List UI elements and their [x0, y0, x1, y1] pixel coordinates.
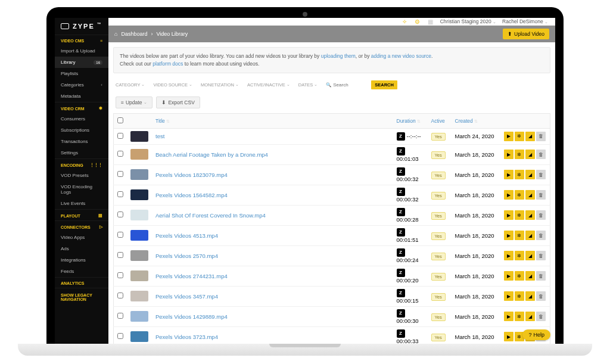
col-created[interactable]: Created	[452, 113, 500, 128]
video-title-link[interactable]: Pexels Videos 1429889.mp4	[155, 313, 228, 320]
analytics-button[interactable]: ◢	[525, 271, 535, 281]
help-button[interactable]: ? Help	[522, 329, 550, 340]
sidebar-item-live-events[interactable]: Live Events	[55, 198, 108, 209]
settings-button[interactable]: ✲	[515, 251, 524, 260]
sidebar-item-library[interactable]: Library16	[55, 57, 108, 68]
row-checkbox[interactable]	[117, 133, 123, 139]
filter-video-source[interactable]: VIDEO SOURCE⌄	[153, 82, 192, 88]
row-checkbox[interactable]	[117, 171, 123, 177]
row-checkbox[interactable]	[117, 272, 123, 278]
delete-button[interactable]: 🗑	[536, 170, 546, 179]
grid-icon[interactable]: ▦	[427, 18, 434, 25]
delete-button[interactable]: 🗑	[536, 132, 546, 141]
video-title-link[interactable]: Pexels Videos 2570.mp4	[155, 253, 218, 259]
video-title-link[interactable]: Aerial Shot Of Forest Covered In Snow.mp…	[155, 212, 266, 219]
delete-button[interactable]: 🗑	[536, 190, 546, 200]
video-thumbnail[interactable]	[130, 331, 148, 342]
settings-button[interactable]: ✲	[515, 271, 524, 281]
delete-button[interactable]: 🗑	[536, 210, 546, 220]
section-encoding[interactable]: ENCODING⋮⋮⋮	[55, 158, 108, 170]
user-menu[interactable]: Rachel DeSimone ⌄	[502, 18, 548, 24]
home-icon[interactable]: ⌂	[114, 31, 117, 37]
settings-button[interactable]: ✲	[515, 150, 524, 159]
row-checkbox[interactable]	[117, 151, 123, 157]
play-button[interactable]: ▶	[504, 312, 513, 321]
col-title[interactable]: Title	[152, 113, 393, 128]
export-csv-button[interactable]: ⬇ Export CSV	[156, 97, 200, 108]
sidebar-item-transactions[interactable]: Transactions	[55, 136, 108, 147]
section-playout[interactable]: PLAYOUT▤	[55, 209, 108, 220]
video-thumbnail[interactable]	[130, 250, 148, 261]
video-title-link[interactable]: Pexels Videos 3457.mp4	[155, 293, 218, 300]
analytics-button[interactable]: ◢	[525, 132, 535, 141]
video-thumbnail[interactable]	[130, 149, 148, 160]
delete-button[interactable]: 🗑	[536, 231, 546, 240]
play-button[interactable]: ▶	[504, 150, 513, 159]
play-button[interactable]: ▶	[504, 271, 513, 281]
delete-button[interactable]: 🗑	[536, 251, 546, 260]
video-thumbnail[interactable]	[130, 210, 148, 220]
row-checkbox[interactable]	[117, 211, 123, 217]
search-button[interactable]: SEARCH	[371, 80, 397, 89]
play-button[interactable]: ▶	[504, 332, 513, 341]
delete-button[interactable]: 🗑	[536, 291, 546, 301]
play-button[interactable]: ▶	[504, 170, 513, 179]
analytics-button[interactable]: ◢	[525, 231, 535, 240]
analytics-button[interactable]: ◢	[525, 190, 535, 200]
sidebar-item-metadata[interactable]: Metadata	[55, 91, 108, 102]
video-title-link[interactable]: Beach Aerial Footage Taken by a Drone.mp…	[155, 151, 268, 158]
play-button[interactable]: ▶	[504, 291, 513, 301]
sidebar-item-vod-encoding-logs[interactable]: VOD Encoding Logs	[55, 181, 108, 198]
video-title-link[interactable]: Pexels Videos 3723.mp4	[155, 334, 218, 340]
delete-button[interactable]: 🗑	[536, 312, 546, 321]
settings-button[interactable]: ✲	[515, 170, 524, 179]
play-button[interactable]: ▶	[504, 190, 513, 200]
delete-button[interactable]: 🗑	[536, 271, 546, 281]
video-thumbnail[interactable]	[130, 131, 148, 142]
sidebar-item-consumers[interactable]: Consumers	[55, 113, 108, 125]
sidebar-item-video-apps[interactable]: Video Apps	[55, 232, 108, 243]
notification-icon[interactable]: ✧	[401, 18, 408, 25]
row-checkbox[interactable]	[117, 252, 123, 258]
sidebar-item-ads[interactable]: Ads	[55, 243, 108, 254]
alert-icon[interactable]: ⚙	[414, 18, 421, 25]
settings-button[interactable]: ✲	[515, 291, 524, 301]
analytics-button[interactable]: ◢	[525, 251, 535, 260]
section-video-crm[interactable]: VIDEO CRM✱	[55, 102, 108, 113]
show-legacy-nav[interactable]: SHOW LEGACY NAVIGATION	[55, 288, 108, 306]
settings-button[interactable]: ✲	[515, 231, 524, 240]
row-checkbox[interactable]	[117, 293, 123, 298]
section-analytics[interactable]: ANALYTICS	[55, 277, 108, 288]
video-thumbnail[interactable]	[130, 270, 148, 281]
col-duration[interactable]: Duration	[393, 113, 428, 128]
sidebar-item-integrations[interactable]: Integrations	[55, 254, 108, 266]
link-uploading[interactable]: uploading them	[321, 53, 356, 59]
sidebar-item-playlists[interactable]: Playlists	[55, 68, 108, 79]
row-checkbox[interactable]	[117, 313, 123, 319]
filter-category[interactable]: CATEGORY⌄	[116, 82, 145, 88]
org-switcher[interactable]: Christian Staging 2020 ⌄	[440, 18, 496, 24]
video-thumbnail[interactable]	[130, 189, 148, 200]
video-title-link[interactable]: Pexels Videos 1564582.mp4	[155, 192, 228, 198]
row-checkbox[interactable]	[117, 191, 123, 197]
sidebar-item-categories[interactable]: Categories‹	[55, 79, 108, 91]
video-title-link[interactable]: Pexels Videos 4513.mp4	[155, 232, 218, 239]
analytics-button[interactable]: ◢	[525, 291, 535, 301]
sidebar-item-settings[interactable]: Settings	[55, 147, 108, 158]
settings-button[interactable]: ✲	[515, 312, 524, 321]
analytics-button[interactable]: ◢	[525, 170, 535, 179]
video-thumbnail[interactable]	[130, 169, 148, 180]
play-button[interactable]: ▶	[504, 251, 513, 260]
link-new-source[interactable]: adding a new video source	[371, 53, 431, 59]
settings-button[interactable]: ✲	[515, 210, 524, 220]
sidebar-item-subscriptions[interactable]: Subscriptions	[55, 125, 108, 136]
link-platform-docs[interactable]: platform docs	[152, 61, 183, 67]
sidebar-item-import-upload[interactable]: Import & Upload	[55, 45, 108, 57]
delete-button[interactable]: 🗑	[536, 150, 546, 159]
video-title-link[interactable]: test	[155, 133, 164, 139]
filter-active[interactable]: ACTIVE/INACTIVE⌄	[247, 82, 290, 88]
video-title-link[interactable]: Pexels Videos 2744231.mp4	[155, 273, 228, 279]
section-video-cms[interactable]: VIDEO CMS≡	[55, 35, 108, 45]
analytics-button[interactable]: ◢	[525, 312, 535, 321]
sidebar-item-feeds[interactable]: Feeds	[55, 266, 108, 277]
